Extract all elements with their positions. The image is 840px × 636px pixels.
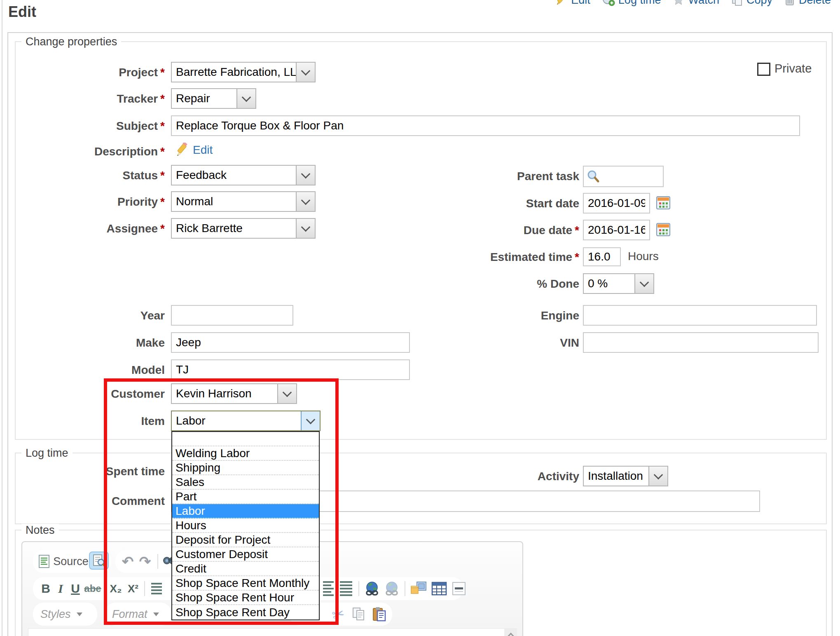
estimated-time-label: Estimated time* [412,251,579,264]
start-date-input[interactable] [583,193,650,214]
tracker-select[interactable]: Repair [171,88,256,109]
parent-task-label: Parent task [412,170,579,183]
assignee-select[interactable]: Rick Barrette [171,218,316,239]
project-select[interactable]: Barrette Fabrication, LLC [171,62,316,82]
horizontal-rule-icon[interactable] [450,577,468,600]
toolbar-group-source: Source [33,550,111,573]
spent-time-label: Spent time [25,465,165,478]
tracker-label: Tracker* [25,92,165,106]
log-time-fieldset [15,453,827,524]
notes-textarea[interactable] [28,628,505,636]
customer-label: Customer [25,387,165,401]
copy-link[interactable]: Copy [731,0,772,7]
chevron-down-icon [296,192,315,211]
calendar-icon[interactable] [656,222,671,237]
underline-icon[interactable]: U [68,577,82,600]
paste-icon[interactable] [370,603,389,626]
private-checkbox[interactable] [757,63,770,76]
estimated-time-input[interactable] [583,247,621,266]
item-option[interactable] [172,432,319,446]
align-left-icon[interactable] [321,577,335,600]
preview-icon [93,554,105,567]
watch-link[interactable]: Watch [672,0,719,7]
vin-input[interactable] [583,332,819,353]
superscript-icon[interactable]: X² [124,577,142,600]
table-icon[interactable] [429,577,449,600]
change-properties-legend: Change properties [21,35,121,48]
calendar-icon[interactable] [656,195,671,210]
edit-link[interactable]: Edit [555,0,590,7]
contextual-actions: Edit Log time Watch Copy Delete [555,0,831,7]
customer-select[interactable]: Kevin Harrison [171,383,297,404]
priority-select[interactable]: Normal [171,191,316,212]
bold-icon[interactable]: B [39,577,53,600]
preview-button[interactable] [89,552,109,570]
item-option[interactable]: Welding Labor [172,446,319,461]
engine-input[interactable] [583,305,817,326]
item-option[interactable]: Hours [172,519,319,533]
scroll-up-icon[interactable] [507,633,515,636]
numbered-list-icon[interactable] [148,577,165,600]
engine-label: Engine [412,309,579,322]
justify-block-icon[interactable] [338,577,354,600]
star-icon [672,0,685,6]
delete-link[interactable]: Delete [784,0,831,7]
log-time-legend: Log time [21,447,73,460]
item-option[interactable]: Customer Deposit [172,547,319,562]
item-dropdown-list: Welding Labor Shipping Sales Part Labor … [171,431,320,620]
undo-icon[interactable]: ↶ [119,550,136,573]
chevron-down-icon [296,63,315,82]
description-label: Description* [25,145,165,158]
status-select[interactable]: Feedback [171,165,316,185]
pencil-icon [175,143,190,157]
description-edit-link[interactable]: Edit [193,143,213,157]
estimated-time-unit: Hours [628,250,659,263]
item-select[interactable]: Labor [171,411,321,431]
assignee-label: Assignee* [25,222,165,235]
log-time-link[interactable]: Log time [602,0,661,7]
chevron-down-icon [153,613,159,616]
item-option[interactable]: Credit [172,562,319,576]
subscript-icon[interactable]: X₂ [107,577,124,600]
copy-icon [731,0,743,6]
activity-select[interactable]: Installation [583,466,668,486]
item-label: Item [25,415,165,428]
item-option-selected[interactable]: Labor [172,504,319,519]
italic-icon[interactable]: I [54,577,68,600]
chevron-down-icon [236,89,255,108]
cut-icon[interactable]: ✂ [329,603,348,626]
chevron-down-icon [648,467,667,486]
source-button[interactable]: Source [51,550,91,573]
make-label: Make [25,336,165,350]
chevron-down-icon [301,411,320,430]
year-input[interactable] [171,305,293,326]
subject-input[interactable] [171,115,800,136]
percent-done-select[interactable]: 0 % [583,273,654,294]
copy-icon[interactable] [349,603,368,626]
item-option[interactable]: Shipping [172,461,319,475]
page-title: Edit [8,3,36,21]
item-option[interactable]: Part [172,490,319,504]
item-option[interactable]: Deposit for Project [172,533,319,547]
due-date-input[interactable] [583,220,650,240]
item-option[interactable]: Sales [172,475,319,490]
unlink-icon[interactable] [382,577,401,600]
priority-label: Priority* [25,195,165,209]
item-option[interactable]: Shop Space Rent Monthly [172,576,319,591]
strikethrough-icon[interactable]: abe [83,577,102,600]
page-left-border [2,0,2,636]
format-dropdown[interactable]: Format [105,603,171,626]
percent-done-label: % Done [412,277,579,291]
editor-scrollbar[interactable] [504,628,517,636]
redo-icon[interactable]: ↷ [137,550,153,573]
item-option[interactable]: Shop Space Rent Hour [172,591,319,605]
trash-icon [784,0,796,6]
image-icon[interactable] [409,577,428,600]
make-input[interactable] [171,332,410,353]
model-input[interactable] [171,359,410,380]
private-label: Private [774,62,812,75]
styles-dropdown[interactable]: Styles [33,603,97,626]
link-icon[interactable] [363,577,381,600]
item-option[interactable]: Shop Space Rent Day [172,605,319,620]
project-label: Project* [25,66,165,79]
